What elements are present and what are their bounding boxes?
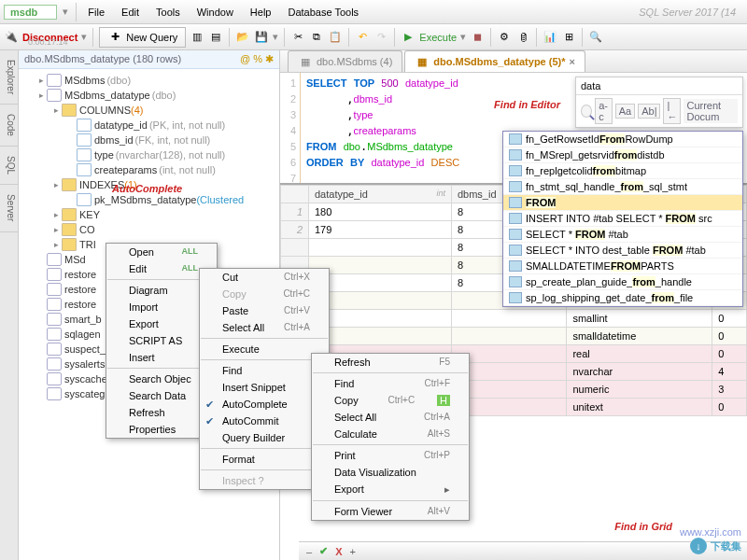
menu-item-refresh[interactable]: RefreshF5 — [312, 354, 469, 371]
menu-item-insert-snippet[interactable]: Insert Snippet — [200, 379, 329, 396]
autocomplete-item[interactable]: SELECT * INTO dest_table FROM #tab — [503, 243, 742, 259]
annotation-findgrid: Find in Grid — [614, 521, 672, 532]
menu-item-select-all[interactable]: Select AllCtrl+A — [200, 319, 329, 336]
menu-item-find[interactable]: Find — [200, 362, 329, 379]
run-icon[interactable]: ▶ — [401, 30, 416, 45]
tree-header: dbo.MSdbms_datatype (180 rows) @ % ✱ — [19, 50, 279, 69]
autocomplete-item[interactable]: SELECT * FROM #tab — [503, 227, 742, 243]
menu-item-copy[interactable]: CopyCtrl+CH — [312, 392, 469, 409]
menu-item-data-visualization[interactable]: Data Visualization — [312, 464, 469, 481]
copy-icon[interactable]: ⧉ — [309, 30, 324, 45]
menu-item-export[interactable]: Export — [312, 481, 469, 498]
tree-row[interactable]: ▸MSdbms_datatype (dbo) — [21, 88, 277, 103]
tree-row[interactable]: datatype_id (PK, int, not null) — [21, 118, 277, 133]
db-selector[interactable]: msdb — [4, 5, 57, 20]
menu-help[interactable]: Help — [243, 3, 279, 21]
find-scope[interactable]: Current Docum — [684, 99, 738, 123]
tree-row[interactable]: ▸COLUMNS (4) — [21, 103, 277, 118]
menu-item-format[interactable]: Format — [200, 451, 329, 468]
tree-row[interactable]: dbms_id (FK, int, not null) — [21, 133, 277, 147]
find-opt[interactable]: Ab| — [638, 104, 660, 119]
autocomplete-item[interactable]: SMALLDATETIMEFROMPARTS — [503, 259, 742, 274]
side-tab-explorer[interactable]: Explorer — [0, 50, 18, 105]
find-opt[interactable]: a-c — [595, 98, 613, 124]
autocomplete-item[interactable]: fn_MSrepl_getsrvidfromdistdb — [503, 147, 742, 163]
undo-icon[interactable]: ↶ — [355, 30, 370, 45]
tree-row[interactable]: ▸KEY — [21, 207, 277, 222]
save-icon[interactable]: 💾 — [254, 30, 269, 45]
col-header[interactable]: datatype_idint — [309, 186, 452, 203]
autocomplete-item[interactable]: INSERT INTO #tab SELECT * FROM src — [503, 211, 742, 227]
find-input[interactable] — [576, 77, 742, 95]
tool5-icon[interactable]: 🔍 — [588, 30, 603, 45]
menu-tools[interactable]: Tools — [148, 3, 188, 21]
autocomplete-popup[interactable]: fn_GetRowsetIdFromRowDumpfn_MSrepl_getsr… — [502, 131, 743, 307]
find-in-editor[interactable]: a-c Aa Ab| |← Current Docum — [575, 77, 743, 128]
tool3-icon[interactable]: 📊 — [543, 30, 557, 45]
menu-item-select-all[interactable]: Select AllCtrl+A — [312, 409, 469, 426]
status-ok[interactable]: ✔ — [319, 545, 328, 557]
side-tab-code[interactable]: Code — [0, 105, 18, 147]
menu-item-query-builder[interactable]: Query Builder — [200, 429, 329, 446]
side-tab-sql[interactable]: SQL — [0, 147, 18, 185]
db-icon — [47, 372, 62, 385]
paste-icon[interactable]: 📋 — [328, 30, 343, 45]
menu-dbtools[interactable]: Database Tools — [280, 3, 366, 21]
search-icon[interactable] — [581, 105, 592, 118]
menu-item-open[interactable]: OpenALL — [106, 244, 217, 260]
tool1-icon[interactable]: ⚙ — [497, 30, 512, 45]
tab-active[interactable]: ▦dbo.MSdbms_datatype (5)*× — [404, 50, 585, 72]
new-query-button[interactable]: ✚New Query — [99, 27, 186, 48]
autocomplete-item[interactable]: fn_GetRowsetIdFromRowDump — [503, 132, 742, 147]
layout1-icon[interactable]: ▥ — [190, 30, 204, 45]
download-icon: ↓ — [690, 538, 707, 554]
stop-icon[interactable]: ◼ — [470, 30, 485, 45]
autocomplete-item[interactable]: FROM — [503, 195, 742, 211]
tree-row[interactable]: createparams (int, not null) — [21, 162, 277, 177]
tree-row[interactable]: pk_MSdbms_datatype (Clustered — [21, 192, 277, 207]
status-minus[interactable]: – — [306, 546, 312, 557]
tree-row[interactable]: ▸MSdbms (dbo) — [21, 73, 277, 88]
execute-button[interactable]: Execute — [419, 32, 457, 43]
status-plus[interactable]: + — [349, 546, 355, 557]
autocomplete-item[interactable]: fn_stmt_sql_handle_from_sql_stmt — [503, 179, 742, 195]
find-opt[interactable]: |← — [663, 98, 681, 124]
tool2-icon[interactable]: 🛢 — [515, 30, 530, 45]
tool4-icon[interactable]: ⊞ — [561, 30, 576, 45]
table-row[interactable]: smalldatetime0 — [281, 328, 747, 345]
sql-icon — [509, 245, 522, 256]
find-opt[interactable]: Aa — [615, 104, 635, 119]
close-icon[interactable]: × — [570, 56, 575, 67]
menu-item-form-viewer[interactable]: Form ViewerAlt+V — [312, 503, 469, 520]
cut-icon[interactable]: ✂ — [290, 30, 305, 45]
main-toolbar: 🔌 Disconnect ▾ ✚New Query ▥ ▤ 📂 💾 ▾ ✂ ⧉ … — [0, 24, 747, 50]
context-menu-grid[interactable]: RefreshF5FindCtrl+FCopyCtrl+CHSelect All… — [311, 353, 470, 521]
menu-item-print[interactable]: PrintCtrl+P — [312, 447, 469, 464]
autocomplete-item[interactable]: sp_create_plan_guide_from_handle — [503, 274, 742, 290]
autocomplete-item[interactable]: fn_replgetcolidfrombitmap — [503, 163, 742, 179]
tree-row[interactable]: ▸CO — [21, 222, 277, 237]
menu-item-calculate[interactable]: CalculateAlt+S — [312, 426, 469, 442]
menu-file[interactable]: File — [80, 3, 112, 21]
tab-inactive[interactable]: ▦dbo.MSdbms (4) — [288, 50, 402, 72]
menu-edit[interactable]: Edit — [114, 3, 147, 21]
table-row[interactable]: smallint0 — [281, 310, 747, 328]
menu-item-execute[interactable]: Execute — [200, 341, 329, 357]
side-tab-server[interactable]: Server — [0, 185, 18, 231]
tab-label: dbo.MSdbms_datatype (5)* — [433, 56, 565, 67]
menu-item-find[interactable]: FindCtrl+F — [312, 375, 469, 392]
menu-window[interactable]: Window — [190, 3, 241, 21]
menu-item-cut[interactable]: CutCtrl+X — [200, 269, 329, 286]
context-menu-editor[interactable]: CutCtrl+XCopyCtrl+CPasteCtrl+VSelect All… — [199, 268, 330, 490]
status-x[interactable]: X — [335, 546, 342, 557]
tree-row[interactable]: type (nvarchar(128), not null) — [21, 147, 277, 162]
menu-item-autocomplete[interactable]: AutoComplete — [200, 396, 329, 413]
autocomplete-item[interactable]: sp_log_shipping_get_date_from_file — [503, 290, 742, 306]
open-icon[interactable]: 📂 — [235, 30, 250, 45]
menu-item-autocommit[interactable]: AutoCommit — [200, 413, 329, 429]
plug-icon[interactable]: 🔌 — [4, 30, 19, 45]
gutter: 1234567 — [280, 73, 301, 183]
redo-icon[interactable]: ↷ — [374, 30, 388, 45]
menu-item-paste[interactable]: PasteCtrl+V — [200, 302, 329, 319]
layout2-icon[interactable]: ▤ — [208, 30, 223, 45]
